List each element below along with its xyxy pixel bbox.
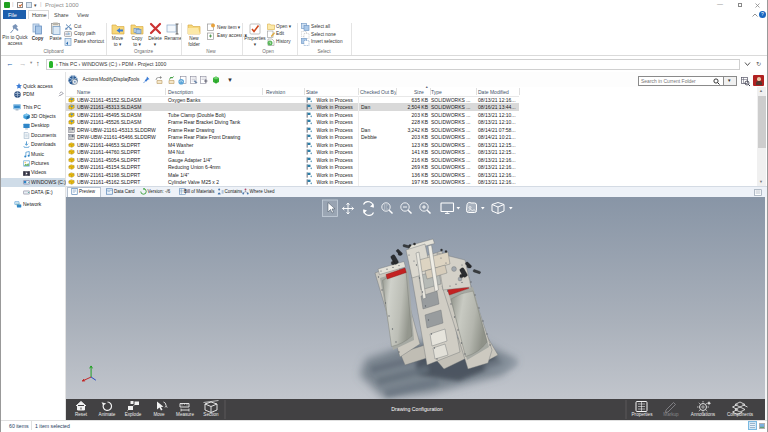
svg-text:ab: ab (65, 32, 70, 37)
